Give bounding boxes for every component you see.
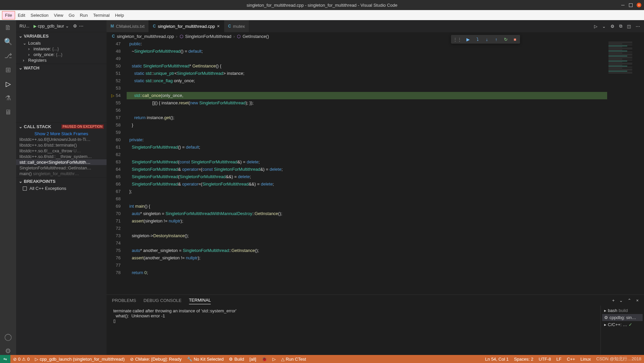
extensions-icon[interactable]: ⊞: [4, 66, 12, 74]
scope-locals[interactable]: ⌄Locals: [16, 40, 107, 46]
stack-frame[interactable]: libstdc++.so.6!std::terminate(): [16, 142, 107, 148]
settings-icon[interactable]: ⚙: [4, 347, 12, 355]
debug-icon[interactable]: 🐞: [259, 355, 270, 363]
restart-button[interactable]: ↻: [503, 36, 509, 42]
chevron-up-icon[interactable]: ⌃: [628, 297, 631, 304]
errors-warnings[interactable]: ⊘ 0 ⚠ 0: [10, 355, 32, 363]
scm-icon[interactable]: ⎇: [4, 52, 12, 60]
gear-icon[interactable]: ⚙: [73, 23, 77, 29]
menu-terminal[interactable]: Terminal: [90, 11, 112, 19]
gear-icon[interactable]: ⚙: [610, 24, 615, 29]
stack-frame-active[interactable]: std::call_once<SingletonForMultith…: [16, 159, 107, 165]
ctest-button[interactable]: △ Run CTest: [278, 355, 309, 363]
step-over-button[interactable]: ⤵: [474, 36, 480, 42]
step-into-button[interactable]: ↓: [484, 36, 490, 42]
tab-problems[interactable]: Problems: [112, 297, 136, 304]
menu-file[interactable]: File: [2, 11, 15, 19]
tab-cmake[interactable]: MCMakeLists.txt: [107, 20, 149, 32]
build-target[interactable]: [all]: [247, 355, 259, 363]
chevron-down-icon[interactable]: ⌄: [602, 24, 606, 29]
run-file-icon[interactable]: ▷: [594, 24, 597, 29]
menu-help[interactable]: Help: [112, 11, 127, 19]
menu-go[interactable]: Go: [66, 11, 77, 19]
debug-icon: ⚙: [604, 315, 608, 320]
run-icon[interactable]: ▷: [270, 355, 278, 363]
menu-run[interactable]: Run: [77, 11, 90, 19]
indent-status[interactable]: Spaces: 2: [511, 355, 536, 363]
variables-header[interactable]: ⌄Variables: [16, 32, 107, 40]
callstack-header[interactable]: ⌄Call StackPaused on Exception: [16, 123, 107, 130]
debug-icon[interactable]: ▷: [4, 80, 12, 88]
chevron-down-icon[interactable]: ⌄: [619, 297, 623, 304]
chevron-right-icon: ›: [28, 52, 32, 57]
terminal-list: ▸bash build ⚙cppdbg: sin… ▸C/C++: … ✓: [600, 306, 644, 355]
kit-status[interactable]: 🔧 No Kit Selected: [184, 355, 227, 363]
more-icon[interactable]: ⋯: [636, 24, 640, 29]
var-only-once[interactable]: ›only_once: {...}: [16, 52, 107, 57]
menu-view[interactable]: View: [51, 11, 66, 19]
split-icon[interactable]: ◫: [627, 24, 631, 29]
show-more-frames[interactable]: Show 2 More Stack Frames: [16, 131, 107, 137]
tab-mutex[interactable]: Cmutex: [224, 20, 249, 32]
minimize-button[interactable]: [621, 3, 625, 7]
tab-debug-console[interactable]: Debug Console: [143, 297, 181, 304]
debug-config-select[interactable]: ▶ cpp_gdb_laur ⌄: [31, 23, 71, 29]
continue-button[interactable]: ▶: [465, 36, 471, 42]
diff-icon[interactable]: ⧉: [619, 23, 622, 29]
build-button[interactable]: ⚙ Build: [226, 355, 247, 363]
step-out-button[interactable]: ↑: [493, 36, 499, 42]
os-status[interactable]: Linux: [578, 355, 593, 363]
chevron-down-icon: ⌄: [65, 23, 69, 29]
accounts-icon[interactable]: ◯: [4, 333, 12, 341]
language-status[interactable]: C++: [564, 355, 578, 363]
testing-icon[interactable]: ⚗: [4, 94, 12, 102]
chevron-down-icon: ⌄: [19, 124, 22, 129]
new-terminal-icon[interactable]: +: [612, 297, 615, 304]
var-instance[interactable]: ›instance: {...}: [16, 46, 107, 52]
stack-frame[interactable]: main() singleton_for_multithr…: [16, 171, 107, 176]
minimap[interactable]: [607, 40, 644, 295]
close-button[interactable]: ×: [637, 3, 641, 7]
breakpoint-item[interactable]: All C++ Exceptions: [16, 186, 107, 191]
menubar: File Edit Selection View Go Run Terminal…: [0, 10, 644, 20]
chevron-right-icon: ›: [23, 58, 27, 63]
stop-button[interactable]: ■: [512, 36, 518, 42]
menu-selection[interactable]: Selection: [28, 11, 51, 19]
method-icon: ⬡: [237, 34, 241, 39]
checkbox[interactable]: [23, 187, 27, 191]
maximize-button[interactable]: [629, 3, 633, 7]
scope-registers[interactable]: ›Registers: [16, 57, 107, 63]
drag-handle-icon[interactable]: ⋮⋮: [453, 37, 462, 42]
terminal-item[interactable]: ⚙cppdbg: sin…: [602, 314, 643, 321]
stack-frame[interactable]: libstdc++.so.6![Unknown/Just-In-Ti…: [16, 137, 107, 142]
terminal-item[interactable]: ▸C/C++: … ✓: [602, 321, 643, 328]
debug-launch[interactable]: ▷ cpp_gdb_launch (singleton_for_multithr…: [32, 355, 127, 363]
cursor-position[interactable]: Ln 54, Col 1: [482, 355, 511, 363]
chevron-right-icon: ›: [28, 46, 32, 51]
stack-frame[interactable]: libstdc++.so.6!__cxa_throw U…: [16, 148, 107, 154]
stack-frame[interactable]: SingletonForMultithread::GetInstan…: [16, 165, 107, 171]
tab-terminal[interactable]: Terminal: [189, 296, 211, 304]
close-icon[interactable]: ×: [217, 23, 219, 29]
terminal-item[interactable]: ▸bash build: [602, 307, 643, 314]
eol-status[interactable]: LF: [554, 355, 564, 363]
encoding-status[interactable]: UTF-8: [536, 355, 554, 363]
remote-indicator[interactable]: ⇋: [0, 355, 10, 363]
terminal-output[interactable]: terminate called after throwing an insta…: [107, 306, 600, 355]
more-icon[interactable]: ⋯: [79, 23, 83, 29]
code-editor[interactable]: 4748495051525354555657585960616263646566…: [107, 40, 644, 295]
breadcrumb[interactable]: C singleton_for_multithread.cpp › ⬡ Sing…: [107, 32, 644, 40]
menu-edit[interactable]: Edit: [15, 11, 28, 19]
stack-frame[interactable]: libstdc++.so.6!std::__throw_system…: [16, 154, 107, 159]
tab-main[interactable]: Csingleton_for_multithread.cpp×: [149, 20, 224, 32]
search-icon[interactable]: 🔍: [4, 38, 12, 46]
close-icon[interactable]: ×: [636, 297, 639, 304]
window-title: singleton_for_multithread.cpp - singleto…: [247, 3, 397, 8]
cmake-status[interactable]: ⊘ CMake: [Debug]: Ready: [127, 355, 184, 363]
breakpoints-header[interactable]: ⌄Breakpoints: [16, 177, 107, 185]
play-icon: ▶: [34, 24, 37, 29]
explorer-icon[interactable]: 🗎: [4, 23, 12, 32]
remote-icon[interactable]: 🖥: [4, 108, 12, 116]
debug-toolbar[interactable]: ⋮⋮ ▶ ⤵ ↓ ↑ ↻ ■: [451, 35, 520, 44]
watch-header[interactable]: ⌄Watch: [16, 64, 107, 71]
